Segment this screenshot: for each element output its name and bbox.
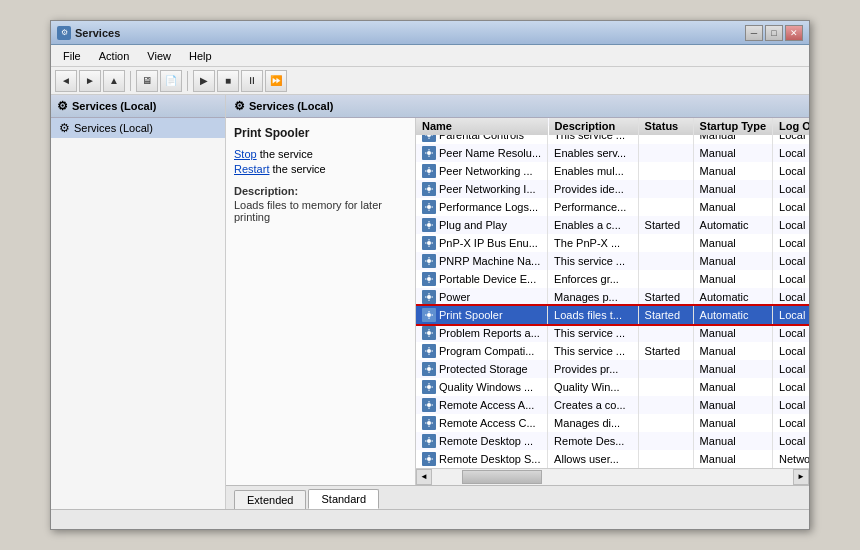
service-logon-as: Local Syste... xyxy=(773,432,809,450)
service-status: Started xyxy=(638,216,693,234)
scroll-left-arrow[interactable]: ◄ xyxy=(416,469,432,485)
close-button[interactable]: ✕ xyxy=(785,25,803,41)
stop-text: the service xyxy=(260,148,313,160)
service-name: Peer Name Resolu... xyxy=(439,147,541,159)
pause-button[interactable]: ⏸ xyxy=(241,70,263,92)
services-window: ⚙ Services ─ □ ✕ File Action View Help ◄… xyxy=(50,20,810,530)
right-header-icon: ⚙ xyxy=(234,99,245,113)
status-bar xyxy=(51,509,809,529)
table-row[interactable]: PowerManages p...StartedAutomaticLocal S… xyxy=(416,288,809,306)
table-row[interactable]: Peer Name Resolu...Enables serv...Manual… xyxy=(416,144,809,162)
content-area: Print Spooler Stop the service Restart t… xyxy=(226,118,809,485)
left-panel: ⚙ Services (Local) ⚙ Services (Local) xyxy=(51,95,226,509)
table-row[interactable]: Performance Logs...Performance...ManualL… xyxy=(416,198,809,216)
restart-button[interactable]: ⏩ xyxy=(265,70,287,92)
show-hide-button[interactable]: 🖥 xyxy=(136,70,158,92)
service-name: Peer Networking ... xyxy=(439,165,533,177)
service-logon-as: Local Service xyxy=(773,180,809,198)
col-header-status[interactable]: Status xyxy=(638,118,693,136)
window-title: Services xyxy=(75,27,120,39)
service-description: Enables a c... xyxy=(548,216,638,234)
service-description: Enables serv... xyxy=(548,144,638,162)
scroll-thumb[interactable] xyxy=(462,470,542,484)
tab-extended[interactable]: Extended xyxy=(234,490,306,509)
tab-standard[interactable]: Standard xyxy=(308,489,379,509)
menu-help[interactable]: Help xyxy=(181,48,220,64)
table-row[interactable]: Print SpoolerLoads files t...StartedAuto… xyxy=(416,306,809,324)
up-button[interactable]: ▲ xyxy=(103,70,125,92)
table-row[interactable]: Remote Access C...Manages di...ManualLoc… xyxy=(416,414,809,432)
stop-button[interactable]: ■ xyxy=(217,70,239,92)
service-description: This service ... xyxy=(548,252,638,270)
table-row[interactable]: Portable Device E...Enforces gr...Manual… xyxy=(416,270,809,288)
service-logon-as: Local Service xyxy=(773,144,809,162)
svg-point-8 xyxy=(427,241,431,245)
table-row[interactable]: Program Compati...This service ...Starte… xyxy=(416,342,809,360)
service-description: Provides pr... xyxy=(548,360,638,378)
service-description: Quality Win... xyxy=(548,378,638,396)
services-list: Name Description Status Startup Type Log… xyxy=(416,118,809,468)
menu-file[interactable]: File xyxy=(55,48,89,64)
table-row[interactable]: Peer Networking I...Provides ide...Manua… xyxy=(416,180,809,198)
service-status: Started xyxy=(638,342,693,360)
col-header-logon[interactable]: Log On As xyxy=(773,118,809,136)
service-logon-as: Local Syste... xyxy=(773,198,809,216)
service-name: Performance Logs... xyxy=(439,201,538,213)
table-row[interactable]: Problem Reports a...This service ...Manu… xyxy=(416,324,809,342)
stop-link[interactable]: Stop xyxy=(234,148,257,160)
service-icon xyxy=(422,164,436,178)
service-logon-as: Local Service xyxy=(773,378,809,396)
service-logon-as: Local Syste... xyxy=(773,252,809,270)
service-name: Power xyxy=(439,291,470,303)
table-row[interactable]: Quality Windows ...Quality Win...ManualL… xyxy=(416,378,809,396)
menu-view[interactable]: View xyxy=(139,48,179,64)
service-logon-as: Local Syste... xyxy=(773,342,809,360)
table-row[interactable]: PNRP Machine Na...This service ...Manual… xyxy=(416,252,809,270)
forward-button[interactable]: ► xyxy=(79,70,101,92)
col-header-name[interactable]: Name xyxy=(416,118,548,136)
stop-service-action: Stop the service xyxy=(234,148,407,160)
menu-action[interactable]: Action xyxy=(91,48,138,64)
col-header-description[interactable]: Description xyxy=(548,118,638,136)
table-row[interactable]: Remote Access A...Creates a co...ManualL… xyxy=(416,396,809,414)
properties-button[interactable]: 📄 xyxy=(160,70,182,92)
table-row[interactable]: Remote Desktop S...Allows user...ManualN… xyxy=(416,450,809,468)
service-startup-type: Manual xyxy=(693,144,772,162)
main-area: ⚙ Services (Local) ⚙ Services (Local) ⚙ … xyxy=(51,95,809,509)
table-row[interactable]: PnP-X IP Bus Enu...The PnP-X ...ManualLo… xyxy=(416,234,809,252)
service-startup-type: Automatic xyxy=(693,306,772,324)
table-row[interactable]: Remote Desktop ...Remote Des...ManualLoc… xyxy=(416,432,809,450)
table-row[interactable]: Protected StorageProvides pr...ManualLoc… xyxy=(416,360,809,378)
selected-service-name: Print Spooler xyxy=(234,126,407,140)
service-startup-type: Manual xyxy=(693,450,772,468)
service-logon-as: Network S... xyxy=(773,450,809,468)
table-row[interactable]: Peer Networking ...Enables mul...ManualL… xyxy=(416,162,809,180)
col-header-startup[interactable]: Startup Type xyxy=(693,118,772,136)
start-button[interactable]: ▶ xyxy=(193,70,215,92)
service-icon xyxy=(422,200,436,214)
service-icon xyxy=(422,326,436,340)
horizontal-scrollbar[interactable]: ◄ ► xyxy=(416,468,809,484)
maximize-button[interactable]: □ xyxy=(765,25,783,41)
title-bar-left: ⚙ Services xyxy=(57,26,120,40)
back-button[interactable]: ◄ xyxy=(55,70,77,92)
sidebar-item-services-local[interactable]: ⚙ Services (Local) xyxy=(51,118,225,138)
scroll-right-arrow[interactable]: ► xyxy=(793,469,809,485)
service-name: Portable Device E... xyxy=(439,273,536,285)
service-description: Creates a co... xyxy=(548,396,638,414)
table-row[interactable]: Plug and PlayEnables a c...StartedAutoma… xyxy=(416,216,809,234)
services-area: Name Description Status Startup Type Log… xyxy=(416,118,809,485)
service-startup-type: Manual xyxy=(693,324,772,342)
left-panel-header: ⚙ Services (Local) xyxy=(51,95,225,118)
service-icon xyxy=(422,434,436,448)
svg-point-16 xyxy=(427,385,431,389)
service-description: Description: Loads files to memory for l… xyxy=(234,185,407,223)
service-icon xyxy=(422,272,436,286)
services-table[interactable]: Name Description Status Startup Type Log… xyxy=(416,118,809,468)
restart-link[interactable]: Restart xyxy=(234,163,269,175)
service-name: Remote Desktop ... xyxy=(439,435,533,447)
minimize-button[interactable]: ─ xyxy=(745,25,763,41)
title-bar: ⚙ Services ─ □ ✕ xyxy=(51,21,809,45)
service-startup-type: Manual xyxy=(693,270,772,288)
scroll-track[interactable] xyxy=(432,469,793,484)
